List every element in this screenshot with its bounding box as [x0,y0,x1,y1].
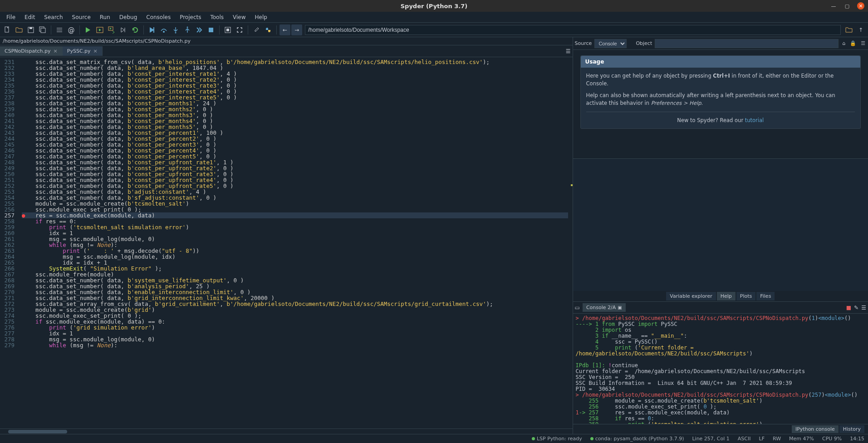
svg-point-12 [163,31,165,33]
editor-h-scrollbar[interactable] [0,428,573,434]
menu-consoles[interactable]: Consoles [142,13,174,21]
lock-icon[interactable]: 🔒 [849,39,857,47]
parent-dir-icon[interactable]: ↑ [855,25,866,35]
menu-help[interactable]: Help [251,13,271,21]
help-toolbar: Source Console Object ⌂ 🔒 ☰ [573,37,868,50]
stop-icon[interactable] [222,25,233,35]
tutorial-link[interactable]: tutorial [745,117,764,123]
right-tab-plots[interactable]: Plots [736,292,755,300]
console-bottom-tabs: IPython consoleHistory [573,424,868,434]
svg-rect-15 [209,28,213,32]
save-all-icon[interactable] [37,25,48,35]
menu-debug[interactable]: Debug [116,13,141,21]
menubar: FileEditSearchSourceRunDebugConsolesProj… [0,12,868,23]
svg-rect-2 [29,27,32,29]
menu-source[interactable]: Source [69,13,94,21]
conda-env[interactable]: conda: pysam_daotk (Python 3.7.9) [590,436,684,442]
back-icon[interactable]: ← [280,25,290,35]
options-icon[interactable]: ☰ [860,39,866,47]
svg-point-13 [175,32,177,33]
rw-mode: RW [773,436,781,442]
source-select[interactable]: Console [594,39,627,48]
cursor-position: Line 257, Col 1 [692,436,729,442]
svg-rect-17 [226,29,229,31]
menu-edit[interactable]: Edit [21,13,39,21]
file-path-bar: /home/gabrielsoto/Documents/NE2/build/ss… [0,37,573,45]
usage-heading: Usage [581,56,860,68]
run-cell-advance-icon[interactable] [106,25,117,35]
python-path-icon[interactable] [263,25,274,35]
close-tab-icon[interactable]: × [93,48,98,54]
titlebar: Spyder (Python 3.7) — ▢ ✕ [0,0,868,12]
workdir-input[interactable] [305,25,841,35]
step-out-icon[interactable] [182,25,193,35]
memory: Mem 47% [789,436,814,442]
maximize-button[interactable]: ▢ [843,2,851,10]
editor-tabs: CSPNoDispatch.py× PySSC.py× ☰ [0,45,573,57]
debug-icon[interactable] [147,25,157,35]
open-file-icon[interactable] [14,25,25,35]
run-icon[interactable] [83,25,93,35]
bottom-tab-ipython-console[interactable]: IPython console [792,425,839,433]
console-pane: ▭ Console 2/A▣ ■ ✎ ☰ > /home/gabrielsoto… [573,302,868,434]
save-icon[interactable] [25,25,36,35]
browse-dir-icon[interactable] [843,25,854,35]
maximize-pane-icon[interactable] [234,25,245,35]
right-tab-files[interactable]: Files [756,292,775,300]
step-over-icon[interactable] [158,25,169,35]
close-button[interactable]: ✕ [857,2,864,10]
console-options-icon[interactable]: ☰ [861,305,866,311]
editor-pane: /home/gabrielsoto/Documents/NE2/build/ss… [0,37,573,434]
window-title: Spyder (Python 3.7) [401,3,468,10]
menu-projects[interactable]: Projects [176,13,205,21]
at-icon[interactable]: @ [66,25,77,35]
right-tab-help[interactable]: Help [717,292,736,300]
tab-cspnodispatch[interactable]: CSPNoDispatch.py× [0,46,63,56]
preferences-icon[interactable] [251,25,262,35]
stop-console-icon[interactable]: ■ [846,305,851,311]
menu-file[interactable]: File [3,13,19,21]
usage-content: Here you can get help of any object by p… [581,68,860,128]
minimize-button[interactable]: — [830,2,837,10]
right-tab-variable-explorer[interactable]: Variable explorer [666,292,716,300]
continue-icon[interactable] [194,25,205,35]
new-file-icon[interactable] [2,25,13,35]
object-label: Object [636,40,652,46]
encoding: ASCII [738,436,751,442]
close-tab-icon[interactable]: × [54,48,58,54]
bottom-tab-history[interactable]: History [839,425,864,433]
tab-options-icon[interactable]: ☰ [566,48,571,54]
clear-console-icon[interactable]: ✎ [854,305,858,311]
tab-pyssc[interactable]: PySSC.py× [63,46,103,56]
cpu: CPU 9% [822,436,842,442]
home-icon[interactable]: ⌂ [841,39,846,47]
console-menu-icon[interactable]: ▭ [575,305,580,311]
step-into-icon[interactable] [170,25,181,35]
lsp-status: LSP Python: ready [532,436,582,442]
code-editor[interactable]: 2312322332342352362372382392402412422432… [0,57,573,428]
create-cell-icon[interactable] [54,25,65,35]
menu-run[interactable]: Run [96,13,114,21]
console-tab[interactable]: Console 2/A▣ [583,303,626,312]
eol: LF [759,436,765,442]
svg-rect-4 [41,28,45,33]
right-pane-tabs: Variable explorerHelpPlotsFiles [573,291,868,302]
clock: 14:15 [850,436,864,442]
svg-point-14 [187,26,188,28]
source-label: Source [575,40,592,46]
toolbar: @ ← → ↑ [0,23,868,37]
statusbar: LSP Python: ready conda: pysam_daotk (Py… [0,434,868,443]
menu-search[interactable]: Search [40,13,66,21]
stop-debug-icon[interactable] [206,25,216,35]
help-panel: Usage Here you can get help of any objec… [573,50,868,159]
editor-scrollbar[interactable] [568,57,573,428]
menu-view[interactable]: View [229,13,249,21]
run-cell-icon[interactable] [94,25,105,35]
run-selection-icon[interactable] [118,25,129,35]
rerun-icon[interactable] [130,25,141,35]
forward-icon[interactable]: → [291,25,302,35]
console-output[interactable]: > /home/gabrielsoto/Documents/NE2/build/… [573,314,868,424]
object-input[interactable] [655,39,839,48]
menu-tools[interactable]: Tools [206,13,227,21]
